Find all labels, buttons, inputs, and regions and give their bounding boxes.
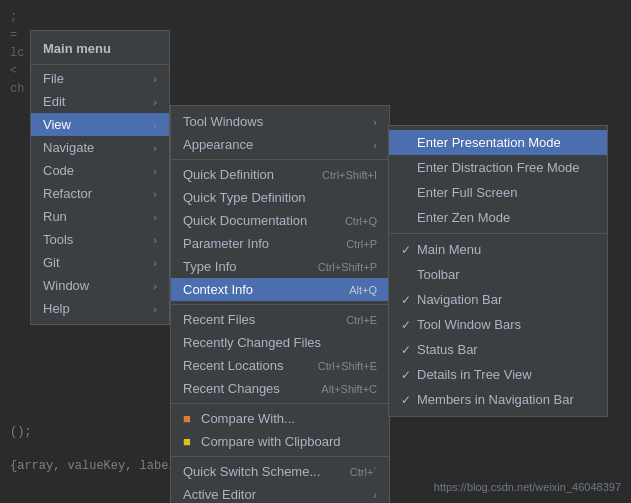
submenu-recent-files[interactable]: Recent Files Ctrl+E <box>171 308 389 331</box>
arrow-icon: › <box>373 139 377 151</box>
submenu-parameter-info[interactable]: Parameter Info Ctrl+P <box>171 232 389 255</box>
submenu-context-info[interactable]: Context Info Alt+Q <box>171 278 389 301</box>
appearance-details-tree-view[interactable]: ✓ Details in Tree View <box>389 362 607 387</box>
appearance-toolbar[interactable]: Toolbar <box>389 262 607 287</box>
appearance-tool-window-bars[interactable]: ✓ Tool Window Bars <box>389 312 607 337</box>
arrow-icon: › <box>153 211 157 223</box>
arrow-icon: › <box>153 142 157 154</box>
menu-item-window[interactable]: Window › <box>31 274 169 297</box>
submenu-quick-switch-scheme[interactable]: Quick Switch Scheme... Ctrl+` <box>171 460 389 483</box>
menu-item-tools[interactable]: Tools › <box>31 228 169 251</box>
arrow-icon: › <box>373 116 377 128</box>
editor-line: ; <box>0 10 631 28</box>
appearance-members-navigation-bar[interactable]: ✓ Members in Navigation Bar <box>389 387 607 412</box>
menu-item-edit[interactable]: Edit › <box>31 90 169 113</box>
view-submenu: Tool Windows › Appearance › Quick Defini… <box>170 105 390 503</box>
arrow-icon: › <box>153 234 157 246</box>
main-menu-panel: Main menu File › Edit › View › Navigate … <box>30 30 170 325</box>
main-menu-title: Main menu <box>31 35 169 65</box>
arrow-icon: › <box>153 96 157 108</box>
separator <box>171 159 389 160</box>
arrow-icon: › <box>153 257 157 269</box>
submenu-recent-locations[interactable]: Recent Locations Ctrl+Shift+E <box>171 354 389 377</box>
appearance-main-menu[interactable]: ✓ Main Menu <box>389 237 607 262</box>
menu-item-git[interactable]: Git › <box>31 251 169 274</box>
appearance-status-bar[interactable]: ✓ Status Bar <box>389 337 607 362</box>
arrow-icon: › <box>153 165 157 177</box>
menu-item-code[interactable]: Code › <box>31 159 169 182</box>
compare-icon: ■ <box>183 412 197 426</box>
check-icon: ✓ <box>401 318 417 332</box>
arrow-icon: › <box>153 73 157 85</box>
arrow-icon: › <box>153 280 157 292</box>
check-icon: ✓ <box>401 293 417 307</box>
menu-item-help[interactable]: Help › <box>31 297 169 320</box>
submenu-recent-changes[interactable]: Recent Changes Alt+Shift+C <box>171 377 389 400</box>
arrow-icon: › <box>153 188 157 200</box>
submenu-quick-documentation[interactable]: Quick Documentation Ctrl+Q <box>171 209 389 232</box>
menu-item-run[interactable]: Run › <box>31 205 169 228</box>
submenu-quick-type-definition[interactable]: Quick Type Definition <box>171 186 389 209</box>
check-icon: ✓ <box>401 243 417 257</box>
appearance-navigation-bar[interactable]: ✓ Navigation Bar <box>389 287 607 312</box>
clipboard-icon: ■ <box>183 435 197 449</box>
submenu-compare-with[interactable]: ■ Compare With... <box>171 407 389 430</box>
watermark: https://blog.csdn.net/weixin_46048397 <box>434 481 621 493</box>
menu-item-refactor[interactable]: Refactor › <box>31 182 169 205</box>
arrow-icon: › <box>153 119 157 131</box>
menu-item-file[interactable]: File › <box>31 67 169 90</box>
separator <box>389 233 607 234</box>
arrow-icon: › <box>153 303 157 315</box>
appearance-full-screen[interactable]: Enter Full Screen <box>389 180 607 205</box>
appearance-presentation-mode[interactable]: Enter Presentation Mode <box>389 130 607 155</box>
appearance-submenu: Enter Presentation Mode Enter Distractio… <box>388 125 608 417</box>
submenu-quick-definition[interactable]: Quick Definition Ctrl+Shift+I <box>171 163 389 186</box>
check-icon: ✓ <box>401 343 417 357</box>
menu-item-navigate[interactable]: Navigate › <box>31 136 169 159</box>
menu-item-view[interactable]: View › <box>31 113 169 136</box>
appearance-zen-mode[interactable]: Enter Zen Mode <box>389 205 607 230</box>
separator <box>171 304 389 305</box>
arrow-icon: › <box>373 489 377 501</box>
separator <box>171 456 389 457</box>
check-icon: ✓ <box>401 368 417 382</box>
submenu-recently-changed-files[interactable]: Recently Changed Files <box>171 331 389 354</box>
separator <box>171 403 389 404</box>
submenu-compare-clipboard[interactable]: ■ Compare with Clipboard <box>171 430 389 453</box>
submenu-active-editor[interactable]: Active Editor › <box>171 483 389 503</box>
submenu-type-info[interactable]: Type Info Ctrl+Shift+P <box>171 255 389 278</box>
submenu-appearance[interactable]: Appearance › <box>171 133 389 156</box>
check-icon: ✓ <box>401 393 417 407</box>
submenu-tool-windows[interactable]: Tool Windows › <box>171 110 389 133</box>
appearance-distraction-free[interactable]: Enter Distraction Free Mode <box>389 155 607 180</box>
